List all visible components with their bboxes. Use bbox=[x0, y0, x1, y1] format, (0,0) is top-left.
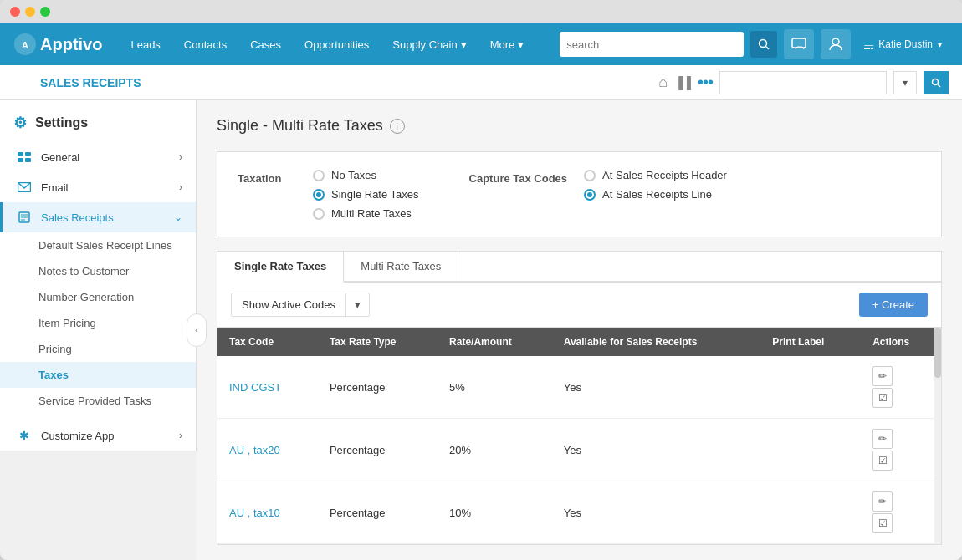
cell-available-1: Yes bbox=[552, 356, 761, 419]
settings-row: Taxation No Taxes Single Rate Taxes bbox=[238, 169, 921, 220]
nav-opportunities[interactable]: Opportunities bbox=[293, 23, 381, 65]
subnav-right: ⌂ ▐▐ ••• ▾ bbox=[658, 71, 949, 94]
sidebar-subitem-notes[interactable]: Notes to Customer bbox=[0, 258, 196, 284]
sidebar-item-email[interactable]: Email › bbox=[0, 172, 196, 202]
view-button-3[interactable]: ☑ bbox=[872, 513, 893, 533]
filter-dropdown[interactable]: Show Active Codes ▾ bbox=[231, 293, 370, 317]
view-button-1[interactable]: ☑ bbox=[872, 388, 893, 408]
nav-cases[interactable]: Cases bbox=[238, 23, 293, 65]
subnav-search-button[interactable] bbox=[924, 71, 949, 94]
sidebar-subitem-pricing[interactable]: Pricing bbox=[0, 336, 196, 362]
tab-single-rate[interactable]: Single Rate Taxes bbox=[217, 252, 344, 283]
cell-actions-3: ✏ ☑ bbox=[861, 481, 941, 544]
subnav-dropdown-button[interactable]: ▾ bbox=[893, 71, 917, 94]
radio-at-line[interactable]: At Sales Receipts Line bbox=[584, 188, 727, 201]
maximize-dot[interactable] bbox=[40, 7, 50, 17]
nav-supply-chain[interactable]: Supply Chain ▾ bbox=[381, 23, 478, 65]
table-scrollbar[interactable] bbox=[934, 328, 941, 544]
sidebar-item-sales-receipts[interactable]: Sales Receipts ⌄ bbox=[0, 202, 196, 232]
radio-at-header-btn bbox=[584, 170, 596, 181]
sidebar-subitem-service-tasks[interactable]: Service Provided Tasks bbox=[0, 388, 196, 414]
app-logo: A Apptivo bbox=[13, 33, 102, 56]
more-arrow-icon: ▾ bbox=[518, 38, 524, 51]
edit-button-3[interactable]: ✏ bbox=[872, 491, 893, 512]
titlebar bbox=[0, 0, 962, 23]
user-profile-button[interactable] bbox=[821, 29, 851, 59]
multi-rate-label: Multi Rate Taxes bbox=[331, 207, 412, 220]
hamburger-menu[interactable] bbox=[13, 73, 30, 93]
subnav-search-icon bbox=[931, 78, 941, 88]
radio-single-rate-btn bbox=[313, 189, 325, 201]
radio-multi-rate-btn bbox=[313, 208, 325, 220]
close-dot[interactable] bbox=[10, 7, 20, 17]
table-row: AU , tax20 Percentage 20% Yes ✏ bbox=[217, 419, 941, 481]
tax-code-link-1[interactable]: IND CGST bbox=[229, 381, 281, 394]
at-header-label: At Sales Receipts Header bbox=[602, 169, 727, 181]
svg-rect-10 bbox=[18, 158, 23, 162]
sidebar-subitem-number-gen[interactable]: Number Generation bbox=[0, 284, 196, 310]
search-button[interactable] bbox=[750, 31, 777, 58]
user-menu[interactable]: — Katie Dustin ▾ bbox=[857, 38, 949, 50]
view-button-2[interactable]: ☑ bbox=[872, 451, 893, 471]
customize-arrow-icon: › bbox=[179, 430, 182, 441]
cell-tax-code-2: AU , tax20 bbox=[217, 419, 318, 481]
sidebar-subitem-default-lines[interactable]: Default Sales Receipt Lines bbox=[0, 232, 196, 258]
messages-button[interactable] bbox=[784, 29, 814, 59]
page-title: Single - Multi Rate Taxes bbox=[217, 117, 383, 135]
radio-at-header[interactable]: At Sales Receipts Header bbox=[584, 169, 727, 181]
tax-code-link-2[interactable]: AU , tax20 bbox=[229, 444, 280, 456]
svg-rect-4 bbox=[792, 38, 806, 48]
col-tax-rate-type: Tax Rate Type bbox=[318, 328, 438, 356]
nav-leads[interactable]: Leads bbox=[119, 23, 171, 65]
logo-icon: A bbox=[13, 33, 37, 56]
sidebar: ⚙ Settings General › bbox=[0, 100, 197, 451]
subnav-title: SALES RECEIPTS bbox=[40, 76, 141, 89]
cell-print-label-1 bbox=[760, 356, 861, 419]
subnav-search-input[interactable] bbox=[719, 71, 887, 94]
more-options-button[interactable]: ••• bbox=[698, 73, 713, 92]
sidebar-subitem-taxes[interactable]: Taxes bbox=[0, 362, 196, 388]
home-icon[interactable]: ⌂ bbox=[658, 74, 668, 91]
header-row: Tax Code Tax Rate Type Rate/Amount Avail… bbox=[217, 328, 941, 356]
customize-label: Customize App bbox=[41, 430, 179, 442]
sales-receipts-collapse-icon: ⌄ bbox=[174, 211, 182, 223]
top-navigation: A Apptivo Leads Contacts Cases Opportuni… bbox=[0, 23, 962, 65]
svg-rect-9 bbox=[25, 152, 31, 156]
page-title-area: Single - Multi Rate Taxes i bbox=[217, 117, 942, 135]
chart-icon[interactable]: ▐▐ bbox=[674, 76, 691, 89]
edit-button-2[interactable]: ✏ bbox=[872, 429, 893, 449]
svg-point-2 bbox=[760, 40, 767, 48]
info-icon[interactable]: i bbox=[390, 119, 405, 134]
cell-actions-2: ✏ ☑ bbox=[861, 419, 941, 481]
nav-more[interactable]: More ▾ bbox=[478, 23, 536, 65]
actions-cell-2: ✏ ☑ bbox=[872, 429, 929, 471]
general-label: General bbox=[41, 151, 179, 164]
cell-rate-3: 10% bbox=[438, 481, 552, 544]
tax-code-link-3[interactable]: AU , tax10 bbox=[229, 507, 280, 519]
settings-header: ⚙ Settings bbox=[0, 100, 196, 142]
radio-multi-rate[interactable]: Multi Rate Taxes bbox=[313, 207, 419, 220]
email-label: Email bbox=[41, 181, 179, 194]
radio-single-rate[interactable]: Single Rate Taxes bbox=[313, 188, 419, 201]
user-name: Katie Dustin bbox=[878, 38, 933, 50]
sidebar-item-customize[interactable]: ✱ Customize App › bbox=[0, 420, 196, 451]
cell-rate-type-3: Percentage bbox=[318, 481, 438, 544]
tab-multi-rate[interactable]: Multi Rate Taxes bbox=[344, 252, 458, 282]
filter-dropdown-arrow-icon[interactable]: ▾ bbox=[345, 293, 369, 316]
scrollbar-thumb[interactable] bbox=[934, 328, 941, 378]
cell-rate-1: 5% bbox=[438, 356, 552, 419]
create-button[interactable]: + Create bbox=[859, 293, 928, 317]
taxation-group: Taxation No Taxes Single Rate Taxes bbox=[238, 169, 419, 220]
search-input[interactable] bbox=[560, 32, 744, 57]
cell-tax-code-3: AU , tax10 bbox=[217, 481, 318, 544]
sales-receipts-icon bbox=[16, 211, 33, 224]
nav-contacts[interactable]: Contacts bbox=[172, 23, 238, 65]
minimize-dot[interactable] bbox=[25, 7, 35, 17]
taxation-settings: Taxation No Taxes Single Rate Taxes bbox=[217, 151, 942, 237]
at-line-label: At Sales Receipts Line bbox=[602, 188, 712, 201]
sidebar-collapse-button[interactable]: ‹ bbox=[187, 313, 207, 347]
sidebar-item-general[interactable]: General › bbox=[0, 142, 196, 172]
sidebar-subitem-item-pricing[interactable]: Item Pricing bbox=[0, 310, 196, 336]
radio-no-taxes[interactable]: No Taxes bbox=[313, 169, 419, 181]
edit-button-1[interactable]: ✏ bbox=[872, 366, 893, 386]
